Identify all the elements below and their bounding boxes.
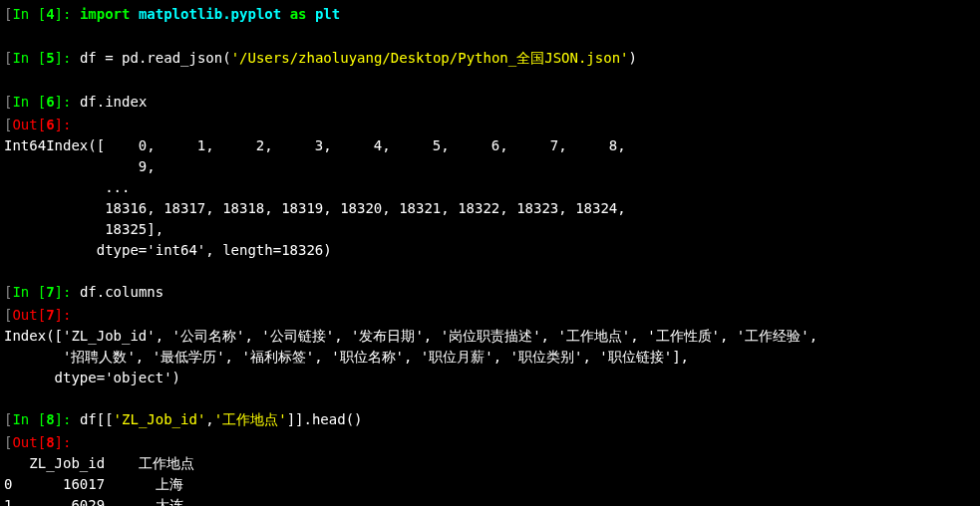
output-line: Index(['ZL_Job_id', '公司名称', '公司链接', '发布日… — [4, 326, 976, 347]
output-line: ZL_Job_id 工作地点 — [4, 453, 976, 474]
code-token: , — [205, 411, 213, 427]
out-prompt: Out[ — [12, 117, 46, 132]
blank-line — [4, 27, 976, 48]
out-number: 7 — [46, 307, 54, 323]
code-token: pd.read_json( — [114, 50, 231, 66]
code-token: 'ZL_Job_id' — [114, 411, 206, 427]
in-close: ]: — [55, 50, 72, 66]
out-prompt: Out[ — [12, 434, 46, 450]
out-prompt-line: [Out[6]: — [4, 115, 976, 135]
output-line: '招聘人数', '最低学历', '福利标签', '职位名称', '职位月薪', … — [4, 347, 976, 368]
ipython-terminal[interactable]: [In [4]: import matplotlib.pyplot as plt… — [4, 4, 976, 506]
output-line: ... — [4, 177, 976, 198]
in-close: ]: — [55, 284, 72, 300]
out-close: ]: — [55, 307, 72, 323]
in-number: 7 — [46, 284, 54, 300]
code-token — [307, 6, 315, 22]
in-prompt: In [ — [12, 50, 46, 66]
output-line: 9, — [4, 156, 976, 177]
code-token: df — [80, 50, 105, 66]
blank-line — [4, 261, 976, 282]
code-token: df.index — [80, 94, 147, 110]
in-number: 5 — [46, 50, 54, 66]
output-line: Int64Index([ 0, 1, 2, 3, 4, 5, 6, 7, 8, — [4, 135, 976, 156]
output-line: 1 6029 大连 — [4, 495, 976, 506]
in-number: 4 — [46, 6, 54, 22]
code-token: df.columns — [80, 284, 163, 300]
in-prompt: In [ — [12, 94, 46, 110]
code-token: as — [290, 6, 307, 22]
code-token: import — [80, 6, 131, 22]
out-close: ]: — [55, 117, 72, 132]
output-line: dtype='object') — [4, 368, 976, 388]
in-prompt-line[interactable]: [In [5]: df = pd.read_json('/Users/zhaol… — [4, 48, 976, 69]
out-close: ]: — [55, 434, 72, 450]
code-token: = — [105, 50, 113, 66]
in-prompt: In [ — [12, 6, 46, 22]
out-prompt-line: [Out[7]: — [4, 305, 976, 326]
in-prompt-line[interactable]: [In [8]: df[['ZL_Job_id','工作地点']].head() — [4, 409, 976, 430]
code-token: '工作地点' — [214, 411, 287, 427]
code-token: ) — [629, 50, 637, 66]
out-number: 6 — [46, 117, 54, 132]
blank-line — [4, 71, 976, 92]
code-token: df[[ — [80, 411, 114, 427]
in-number: 8 — [46, 411, 54, 427]
in-prompt-line[interactable]: [In [7]: df.columns — [4, 282, 976, 303]
code-token: '/Users/zhaoluyang/Desktop/Python_全国JSON… — [231, 50, 629, 66]
in-prompt-line[interactable]: [In [6]: df.index — [4, 92, 976, 113]
output-line: 18325], — [4, 219, 976, 240]
out-prompt-line: [Out[8]: — [4, 432, 976, 453]
in-close: ]: — [55, 94, 72, 110]
code-token — [130, 6, 138, 22]
in-prompt: In [ — [12, 411, 46, 427]
in-prompt: In [ — [12, 284, 46, 300]
output-line: dtype='int64', length=18326) — [4, 240, 976, 261]
in-number: 6 — [46, 94, 54, 110]
code-token: ]].head() — [287, 411, 363, 427]
output-line: 18316, 18317, 18318, 18319, 18320, 18321… — [4, 198, 976, 219]
code-token: plt — [315, 6, 340, 22]
out-number: 8 — [46, 434, 54, 450]
blank-line — [4, 388, 976, 409]
output-line: 0 16017 上海 — [4, 474, 976, 495]
in-close: ]: — [55, 6, 72, 22]
code-token: matplotlib.pyplot — [139, 6, 281, 22]
in-prompt-line[interactable]: [In [4]: import matplotlib.pyplot as plt — [4, 4, 976, 25]
in-close: ]: — [55, 411, 72, 427]
out-prompt: Out[ — [12, 307, 46, 323]
code-token — [281, 6, 289, 22]
